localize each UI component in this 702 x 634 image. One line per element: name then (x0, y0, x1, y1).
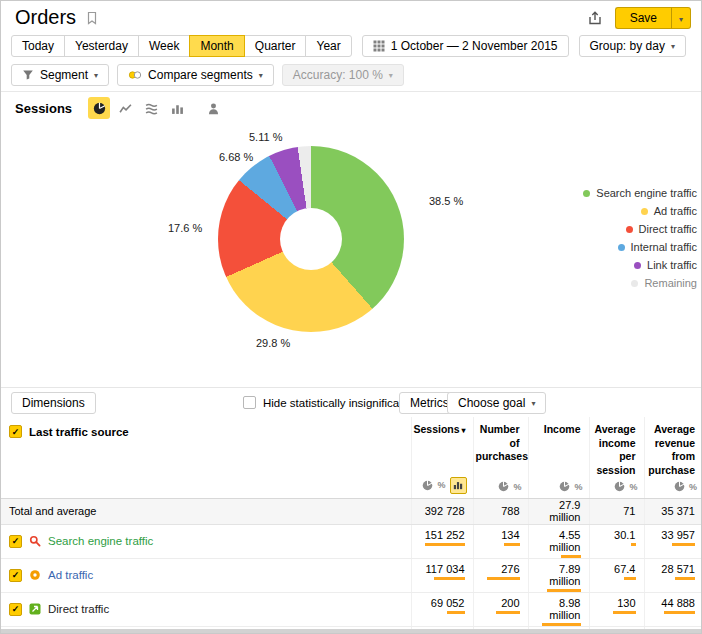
metric-cell: 134 (473, 524, 528, 558)
chevron-down-icon (259, 68, 263, 82)
chart-type-pie-button[interactable] (88, 97, 110, 119)
legend-dot (626, 226, 633, 233)
dimension-cell: Direct traffic (1, 592, 411, 626)
percent-mini-icon[interactable] (437, 478, 445, 492)
hide-insignificant-checkbox[interactable] (243, 396, 256, 409)
dimension-cell: Ad traffic (1, 558, 411, 592)
percent-mini-icon[interactable] (513, 480, 521, 494)
metric-bar (434, 577, 465, 580)
chart-type-area-button[interactable] (140, 97, 162, 119)
segment-button[interactable]: Segment (11, 64, 109, 86)
page-title: Orders (15, 6, 76, 29)
pie-mini-icon[interactable] (559, 481, 570, 492)
traffic-source-link[interactable]: Search engine traffic (48, 535, 153, 547)
export-button[interactable] (587, 10, 603, 26)
chevron-down-icon (679, 11, 683, 26)
select-all-checkbox[interactable] (9, 425, 22, 438)
chart-type-visitors-button[interactable] (202, 97, 224, 119)
compare-segments-label: Compare segments (148, 68, 253, 82)
pie-chart[interactable] (218, 146, 404, 332)
pie-mini-icon[interactable] (614, 481, 625, 492)
column-header-purchases[interactable]: Number of purchases (473, 417, 528, 498)
chart-legend: Search engine traffic Ad traffic Direct … (583, 187, 697, 289)
metric-bar (672, 543, 695, 546)
metric-cell: 200 (473, 592, 528, 626)
legend-item[interactable]: Internal traffic (583, 241, 697, 253)
metric-cell: 276 (473, 558, 528, 592)
metric-bar (496, 611, 520, 614)
legend-item[interactable]: Direct traffic (583, 223, 697, 235)
header: Orders Save (1, 1, 701, 33)
percent-mini-icon[interactable] (689, 480, 697, 494)
period-button-month[interactable]: Month (189, 35, 244, 57)
metric-bar (487, 577, 520, 580)
metric-cell: 7.89 million (528, 558, 589, 592)
table-row: Ad traffic 117 0342767.89 million67.428 … (1, 558, 702, 592)
pie-mini-icon[interactable] (674, 481, 685, 492)
legend-item[interactable]: Link traffic (583, 259, 697, 271)
total-value: 392 728 (411, 498, 473, 524)
traffic-source-link[interactable]: Direct traffic (48, 603, 109, 615)
metric-value: 67.4 (590, 563, 636, 575)
traffic-sources-table: Last traffic source Sessions Number of p… (1, 417, 702, 634)
metric-cell: 117 034 (411, 558, 473, 592)
compare-segments-button[interactable]: Compare segments (117, 64, 274, 86)
group-by-button[interactable]: Group: by day (579, 35, 686, 57)
row-checkbox[interactable] (9, 535, 22, 548)
metric-cell: 69 052 (411, 592, 473, 626)
dimensions-button[interactable]: Dimensions (11, 392, 96, 414)
percent-mini-icon[interactable] (574, 480, 582, 494)
column-header-avg-revenue[interactable]: Average revenue from purchase (644, 417, 702, 498)
column-header-income[interactable]: Income (528, 417, 589, 498)
total-value: 788 (473, 498, 528, 524)
legend-item[interactable]: Ad traffic (583, 205, 697, 217)
compare-segments-icon (128, 69, 142, 81)
metric-value: 44 888 (645, 597, 696, 609)
column-header-sessions[interactable]: Sessions (411, 417, 473, 498)
legend-item[interactable]: Search engine traffic (583, 187, 697, 199)
row-checkbox[interactable] (9, 569, 22, 582)
period-button-yesterday[interactable]: Yesterday (64, 35, 139, 57)
calendar-icon (373, 40, 385, 52)
dimension-header-label: Last traffic source (29, 426, 129, 438)
metric-bar (447, 611, 465, 614)
period-button-year[interactable]: Year (305, 35, 351, 57)
pie-mini-icon[interactable] (422, 480, 433, 491)
direct-traffic-icon (29, 603, 41, 615)
row-checkbox[interactable] (9, 603, 22, 616)
metric-value: 4.55 million (529, 529, 581, 553)
period-button-today[interactable]: Today (11, 35, 65, 57)
bars-mini-icon-selected[interactable] (450, 477, 467, 494)
metric-value: 276 (474, 563, 520, 575)
choose-goal-button[interactable]: Choose goal (447, 392, 546, 414)
period-button-week[interactable]: Week (138, 35, 190, 57)
line-chart-icon (119, 102, 132, 115)
pie-chart-icon (93, 102, 106, 115)
metric-cell: 30.1 (589, 524, 644, 558)
area-chart-icon (145, 102, 158, 115)
save-button[interactable]: Save (615, 7, 671, 29)
metric-value: 200 (474, 597, 520, 609)
metric-bar (675, 577, 695, 580)
save-dropdown-button[interactable] (671, 7, 691, 29)
period-button-quarter[interactable]: Quarter (244, 35, 307, 57)
horizontal-scrollbar[interactable] (1, 629, 701, 634)
save-split-button: Save (615, 7, 691, 29)
legend-item[interactable]: Remaining (583, 277, 697, 289)
traffic-source-link[interactable]: Ad traffic (48, 569, 93, 581)
chart-type-columns-button[interactable] (166, 97, 188, 119)
metric-bar (624, 577, 636, 580)
dimension-header-cell: Last traffic source (1, 417, 411, 498)
bookmark-icon[interactable] (85, 11, 99, 25)
accuracy-button[interactable]: Accuracy: 100 % (282, 64, 404, 86)
percent-mini-icon[interactable] (629, 480, 637, 494)
chart-type-line-button[interactable] (114, 97, 136, 119)
date-range-button[interactable]: 1 October — 2 November 2015 (362, 35, 569, 57)
column-header-avg-income[interactable]: Average income per session (589, 417, 644, 498)
period-toolbar: Today Yesterday Week Month Quarter Year … (11, 35, 686, 57)
pie-mini-icon[interactable] (498, 481, 509, 492)
total-label: Total and average (1, 498, 411, 524)
slice-label-direct: 17.6 % (168, 222, 202, 234)
table-header-row: Last traffic source Sessions Number of p… (1, 417, 702, 498)
divider (1, 91, 701, 92)
